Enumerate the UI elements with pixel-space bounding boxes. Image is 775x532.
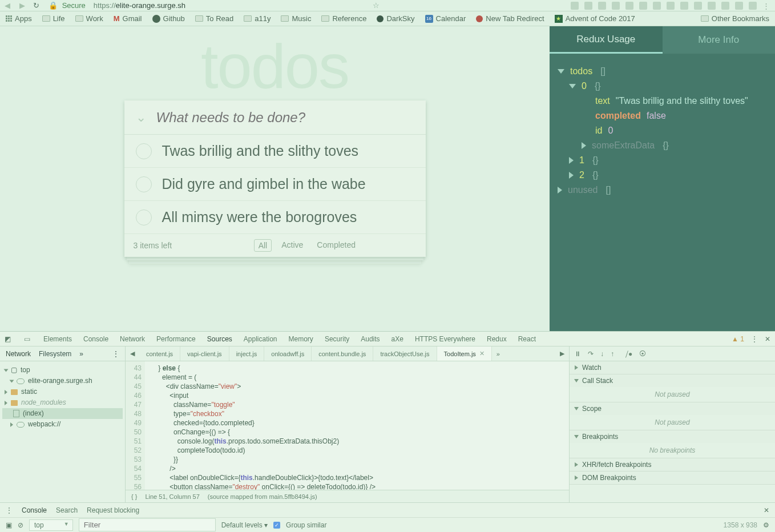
new-todo-input[interactable] <box>156 110 414 126</box>
filter-active[interactable]: Active <box>277 239 307 252</box>
ext-icon[interactable] <box>694 2 702 10</box>
todo-item[interactable]: Did gyre and gimbel in the wabe <box>124 168 426 201</box>
bookmark-item[interactable]: ★Advent of Code 2017 <box>555 14 635 23</box>
close-icon[interactable]: ✕ <box>764 506 769 514</box>
show-console-icon[interactable]: ▣ <box>6 521 12 529</box>
bookmark-item[interactable]: a11y <box>244 14 271 23</box>
step-over-icon[interactable]: ↷ <box>588 350 594 358</box>
toggle-all-icon[interactable]: ⌄ <box>136 110 146 125</box>
kebab-icon[interactable]: ⋮ <box>751 335 758 343</box>
tab-network[interactable]: Network <box>120 335 145 343</box>
nav-back-forward[interactable]: ◀ ▶ <box>5 1 29 10</box>
todo-item[interactable]: Twas brillig and the slithy toves <box>124 135 426 168</box>
ext-icon[interactable] <box>584 2 592 10</box>
kebab-icon[interactable]: ⋮ <box>6 506 13 514</box>
tree-row[interactable]: someExtraData{} <box>582 138 767 153</box>
step-into-icon[interactable]: ↓ <box>600 350 604 358</box>
ext-icon[interactable] <box>625 2 633 10</box>
tree-row[interactable]: todos[] <box>558 64 767 79</box>
apps-button[interactable]: Apps <box>6 14 32 23</box>
tab-elements[interactable]: Elements <box>43 335 72 343</box>
other-bookmarks[interactable]: Other Bookmarks <box>701 14 769 23</box>
tree-row[interactable]: unused[] <box>558 183 767 198</box>
close-icon[interactable]: ✕ <box>765 335 770 343</box>
checkbox-icon[interactable] <box>136 176 152 192</box>
section-header[interactable]: Breakpoints <box>570 430 775 443</box>
bookmark-item[interactable]: Music <box>281 14 311 23</box>
ext-icon[interactable] <box>639 2 647 10</box>
filter-all[interactable]: All <box>254 239 272 252</box>
inspect-icon[interactable]: ◩ <box>5 335 13 343</box>
file-tab[interactable]: onloadwff.js <box>264 346 312 361</box>
ext-icon[interactable] <box>680 2 688 10</box>
ext-icon[interactable] <box>721 2 729 10</box>
section-header[interactable]: Call Stack <box>570 374 775 387</box>
tree-row[interactable]: 2{} <box>569 168 767 183</box>
section-header[interactable]: Scope <box>570 402 775 415</box>
braces-icon[interactable]: { } <box>131 493 137 500</box>
file-tab[interactable]: vapi-client.js <box>180 346 229 361</box>
warnings-badge[interactable]: ▲ 1 <box>732 335 744 343</box>
tree-row[interactable]: static <box>2 386 123 397</box>
drawer-tab-search[interactable]: Search <box>56 506 78 514</box>
tab-react[interactable]: React <box>518 335 536 343</box>
dom-bp-section[interactable]: DOM Breakpoints <box>570 471 775 485</box>
reload-icon[interactable]: ↻ <box>33 1 39 10</box>
tab-redux[interactable]: Redux <box>487 335 507 343</box>
filter-input[interactable] <box>79 518 216 531</box>
tab-memory[interactable]: Memory <box>289 335 313 343</box>
ext-icon[interactable] <box>653 2 661 10</box>
bookmark-item[interactable]: Github <box>152 14 185 23</box>
watch-section[interactable]: Watch <box>570 361 775 374</box>
bookmark-item[interactable]: New Tab Redirect <box>476 14 544 23</box>
file-tab[interactable]: content.js <box>139 346 180 361</box>
nav-right-icon[interactable]: ▶ <box>555 350 569 357</box>
todo-item[interactable]: All mimsy were the borogroves <box>124 201 426 234</box>
ext-icon[interactable] <box>749 2 757 10</box>
xhr-bp-section[interactable]: XHR/fetch Breakpoints <box>570 458 775 471</box>
tree-row[interactable]: elite-orange.surge.sh <box>2 376 123 386</box>
tab-redux-usage[interactable]: Redux Usage <box>550 26 663 54</box>
tree-row[interactable]: node_modules <box>2 397 123 408</box>
deactivate-bp-icon[interactable]: ⧸● <box>625 350 632 358</box>
step-out-icon[interactable]: ↑ <box>611 350 614 358</box>
kebab-icon[interactable]: ⋮ <box>112 350 119 358</box>
gear-icon[interactable]: ⚙ <box>763 521 769 529</box>
ext-icon[interactable] <box>667 2 675 10</box>
more-icon[interactable]: » <box>492 350 504 357</box>
tree-row[interactable]: ▢top <box>2 365 123 376</box>
tab-application[interactable]: Application <box>244 335 277 343</box>
ext-icon[interactable] <box>612 2 620 10</box>
bookmark-item[interactable]: DarkSky <box>377 14 414 23</box>
code-viewport[interactable]: 4344454647484950515253545556 } else { el… <box>126 361 569 490</box>
file-tab[interactable]: inject.js <box>229 346 265 361</box>
tab-console[interactable]: Console <box>83 335 108 343</box>
menu-icon[interactable]: ⋮ <box>762 2 770 10</box>
ext-icon[interactable] <box>571 2 579 10</box>
tree-row[interactable]: 0{} <box>569 79 767 94</box>
ext-icon[interactable] <box>708 2 716 10</box>
tree-row[interactable]: (index) <box>2 408 123 419</box>
bookmark-item[interactable]: 16Calendar <box>425 14 466 23</box>
bookmark-item[interactable]: To Read <box>195 14 233 23</box>
bookmark-item[interactable]: Work <box>75 14 103 23</box>
tree-row[interactable]: completedfalse <box>582 108 767 123</box>
tree-row[interactable]: webpack:// <box>2 419 123 430</box>
tab-security[interactable]: Security <box>325 335 349 343</box>
filter-completed[interactable]: Completed <box>313 239 360 252</box>
bookmark-item[interactable]: Reference <box>321 14 366 23</box>
tab-more-info[interactable]: More Info <box>663 26 776 54</box>
checkbox-icon[interactable] <box>136 143 152 159</box>
clear-icon[interactable]: ⊘ <box>18 521 23 529</box>
pause-icon[interactable]: ⏸ <box>574 350 581 358</box>
log-levels[interactable]: Default levels ▾ <box>221 521 268 529</box>
subtab-filesystem[interactable]: Filesystem <box>39 350 71 358</box>
ext-icon[interactable] <box>735 2 743 10</box>
more-icon[interactable]: » <box>79 350 83 358</box>
checkbox-icon[interactable]: ✓ <box>273 522 280 529</box>
bookmark-item[interactable]: MGmail <box>114 14 142 23</box>
tab-axe[interactable]: aXe <box>391 335 403 343</box>
subtab-network[interactable]: Network <box>6 350 31 358</box>
pause-exceptions-icon[interactable]: ⦿ <box>639 350 646 358</box>
file-tab[interactable]: TodoItem.js✕ <box>437 346 492 361</box>
